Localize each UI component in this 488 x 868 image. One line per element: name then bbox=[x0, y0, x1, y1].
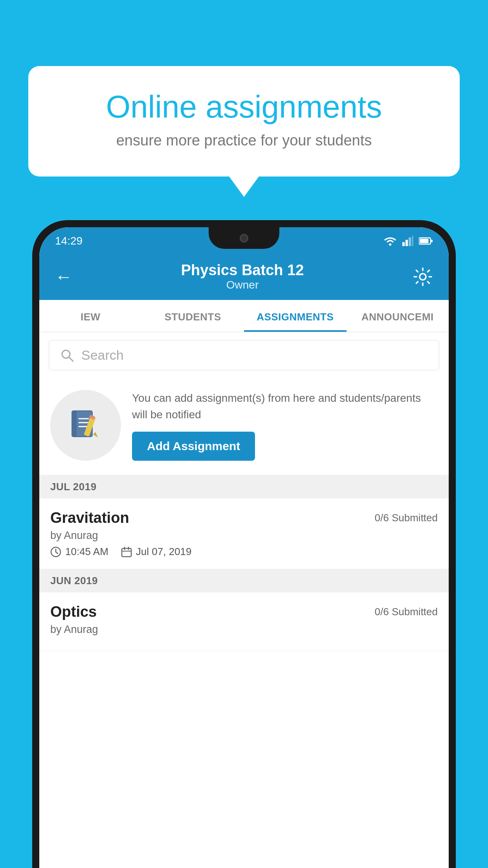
tab-assignments[interactable]: ASSIGNMENTS bbox=[244, 300, 347, 332]
assignment-item-optics[interactable]: Optics 0/6 Submitted by Anurag bbox=[39, 592, 449, 651]
assignment-submitted-optics: 0/6 Submitted bbox=[375, 606, 438, 618]
tab-announcements[interactable]: ANNOUNCEMI bbox=[347, 300, 449, 332]
signal-icon bbox=[402, 236, 413, 246]
assignment-row-top-optics: Optics 0/6 Submitted bbox=[50, 603, 438, 620]
status-bar: 14:29 bbox=[39, 227, 449, 255]
svg-marker-17 bbox=[93, 432, 98, 438]
meta-date: Jul 07, 2019 bbox=[121, 546, 192, 558]
assignment-icon-circle bbox=[50, 390, 121, 461]
svg-rect-1 bbox=[402, 242, 405, 246]
assignment-name-optics: Optics bbox=[50, 603, 97, 620]
tab-iew[interactable]: IEW bbox=[39, 300, 142, 332]
settings-icon[interactable] bbox=[413, 267, 433, 287]
calendar-icon bbox=[121, 546, 132, 557]
batch-role: Owner bbox=[181, 279, 304, 291]
app-header: ← Physics Batch 12 Owner bbox=[39, 255, 449, 300]
svg-rect-6 bbox=[431, 240, 433, 242]
battery-icon bbox=[419, 237, 433, 245]
svg-rect-12 bbox=[72, 411, 77, 437]
wifi-icon bbox=[383, 236, 397, 246]
search-placeholder: Search bbox=[81, 348, 124, 363]
assignment-row-top: Gravitation 0/6 Submitted bbox=[50, 509, 438, 526]
phone-screen: 14:29 bbox=[39, 227, 449, 868]
clock-icon bbox=[50, 546, 61, 557]
assignment-meta: 10:45 AM Jul 07, 2019 bbox=[50, 546, 438, 558]
month-divider-jun: JUN 2019 bbox=[39, 569, 449, 592]
batch-title: Physics Batch 12 bbox=[181, 262, 304, 279]
assignment-name: Gravitation bbox=[50, 509, 129, 526]
svg-line-10 bbox=[69, 357, 73, 361]
phone-frame: 14:29 bbox=[32, 220, 456, 868]
header-title-group: Physics Batch 12 Owner bbox=[181, 262, 304, 291]
search-box[interactable]: Search bbox=[49, 340, 439, 370]
search-container: Search bbox=[39, 332, 449, 378]
notch bbox=[209, 227, 279, 249]
assignment-submitted: 0/6 Submitted bbox=[375, 512, 438, 524]
assignment-item-gravitation[interactable]: Gravitation 0/6 Submitted by Anurag 10:4… bbox=[39, 498, 449, 569]
notebook-icon bbox=[68, 408, 103, 443]
empty-state-right: You can add assignment(s) from here and … bbox=[132, 390, 438, 461]
tabs-bar: IEW STUDENTS ASSIGNMENTS ANNOUNCEMI bbox=[39, 300, 449, 332]
speech-bubble: Online assignments ensure more practice … bbox=[28, 66, 460, 177]
assignment-by: by Anurag bbox=[50, 530, 438, 542]
meta-time: 10:45 AM bbox=[50, 546, 108, 558]
speech-bubble-subtitle: ensure more practice for your students bbox=[56, 132, 432, 149]
status-icons bbox=[383, 236, 433, 246]
svg-rect-2 bbox=[405, 240, 408, 246]
back-button[interactable]: ← bbox=[55, 267, 72, 287]
assignment-by-optics: by Anurag bbox=[50, 623, 438, 636]
empty-state-description: You can add assignment(s) from here and … bbox=[132, 390, 438, 423]
svg-point-0 bbox=[389, 243, 391, 246]
month-divider-jul: JUL 2019 bbox=[39, 475, 449, 498]
svg-rect-3 bbox=[409, 237, 411, 246]
svg-line-21 bbox=[56, 552, 58, 554]
svg-rect-4 bbox=[412, 236, 413, 246]
speech-bubble-title: Online assignments bbox=[56, 90, 432, 124]
svg-point-8 bbox=[420, 274, 426, 280]
add-assignment-button[interactable]: Add Assignment bbox=[132, 432, 255, 461]
svg-rect-7 bbox=[420, 239, 429, 243]
empty-state: You can add assignment(s) from here and … bbox=[39, 378, 449, 475]
camera-dot bbox=[240, 234, 248, 243]
svg-rect-22 bbox=[122, 548, 131, 557]
status-time: 14:29 bbox=[55, 235, 83, 247]
tab-students[interactable]: STUDENTS bbox=[142, 300, 244, 332]
search-icon bbox=[60, 348, 74, 362]
